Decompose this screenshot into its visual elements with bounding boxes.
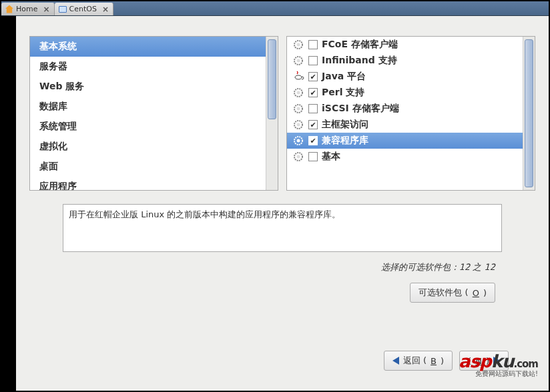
close-icon[interactable]: ×	[102, 5, 109, 14]
gear-icon	[292, 135, 304, 147]
category-item[interactable]: 桌面	[30, 157, 266, 177]
package-item[interactable]: ✔Java 平台	[287, 69, 523, 85]
gear-icon	[292, 119, 304, 131]
package-checkbox[interactable]	[308, 152, 318, 161]
vm-icon	[59, 6, 67, 13]
package-label: 兼容程序库	[322, 135, 368, 147]
package-checkbox[interactable]: ✔	[308, 136, 318, 145]
tab-label: Home	[16, 5, 37, 13]
package-item[interactable]: FCoE 存储客户端	[287, 37, 523, 53]
category-panel: 基本系统服务器Web 服务数据库系统管理虚拟化桌面应用程序	[29, 36, 278, 191]
tab-centos[interactable]: CentOS ×	[55, 3, 113, 15]
scroll-thumb[interactable]	[525, 39, 533, 187]
gear-icon	[292, 87, 304, 99]
svg-point-3	[297, 59, 300, 63]
installer-content: 基本系统服务器Web 服务数据库系统管理虚拟化桌面应用程序 FCoE 存储客户端…	[16, 16, 549, 391]
svg-point-14	[297, 155, 300, 159]
package-item[interactable]: ✔主框架访问	[287, 117, 523, 133]
package-checkbox[interactable]	[308, 104, 318, 113]
svg-point-6	[297, 91, 300, 95]
category-item[interactable]: Web 服务	[30, 77, 266, 97]
package-item[interactable]: 基本	[287, 149, 523, 165]
package-label: Perl 支持	[322, 87, 364, 99]
package-checkbox[interactable]	[308, 40, 318, 49]
category-item[interactable]: 系统管理	[30, 117, 266, 137]
package-checkbox[interactable]: ✔	[308, 120, 318, 129]
category-item[interactable]: 服务器	[30, 57, 266, 77]
package-checkbox[interactable]: ✔	[308, 72, 318, 81]
gear-icon	[292, 103, 304, 115]
close-icon[interactable]: ×	[43, 5, 49, 14]
svg-point-1	[297, 43, 300, 47]
package-checkbox[interactable]	[308, 56, 318, 65]
package-item[interactable]: Infiniband 支持	[287, 53, 523, 69]
package-label: Infiniband 支持	[322, 55, 397, 67]
home-icon	[5, 5, 13, 13]
description-text: 用于在红帽企业版 Linux 的之前版本中构建的应用程序的兼容程序库。	[69, 209, 340, 219]
package-item[interactable]: ✔Perl 支持	[287, 85, 523, 101]
arrow-left-icon	[392, 357, 399, 365]
back-button[interactable]: 返回 (B)	[384, 351, 453, 371]
package-count: 选择的可选软件包：12 之 12	[29, 261, 495, 273]
svg-point-4	[295, 75, 302, 79]
java-icon	[292, 71, 304, 83]
package-label: FCoE 存储客户端	[322, 39, 398, 51]
optional-packages-button[interactable]: 可选软件包 (O)	[410, 283, 495, 303]
package-item[interactable]: iSCSI 存储客户端	[287, 101, 523, 117]
tab-label: CentOS	[69, 5, 97, 13]
left-gutter	[1, 16, 16, 391]
arrow-right-icon	[493, 357, 500, 365]
category-item[interactable]: 基本系统	[30, 37, 266, 57]
description-box: 用于在红帽企业版 Linux 的之前版本中构建的应用程序的兼容程序库。	[63, 204, 502, 252]
category-item[interactable]: 应用程序	[30, 177, 266, 190]
scroll-thumb[interactable]	[268, 39, 276, 119]
package-label: iSCSI 存储客户端	[322, 103, 399, 115]
package-label: Java 平台	[322, 71, 366, 83]
package-label: 主框架访问	[322, 119, 368, 131]
package-label: 基本	[322, 151, 340, 163]
package-scrollbar[interactable]	[523, 37, 535, 190]
gear-icon	[292, 151, 304, 163]
browser-tab-bar: Home × CentOS ×	[1, 1, 549, 16]
svg-point-12	[297, 139, 300, 143]
next-button[interactable]: (N)	[459, 351, 509, 371]
svg-point-10	[297, 123, 300, 127]
gear-icon	[292, 39, 304, 51]
package-checkbox[interactable]: ✔	[308, 88, 318, 97]
gear-icon	[292, 55, 304, 67]
tab-home[interactable]: Home ×	[1, 3, 55, 15]
package-item[interactable]: ✔兼容程序库	[287, 133, 523, 149]
svg-point-8	[297, 107, 300, 111]
category-item[interactable]: 数据库	[30, 97, 266, 117]
package-panel: FCoE 存储客户端Infiniband 支持✔Java 平台✔Perl 支持i…	[286, 36, 535, 191]
category-item[interactable]: 虚拟化	[30, 137, 266, 157]
category-scrollbar[interactable]	[266, 37, 278, 190]
